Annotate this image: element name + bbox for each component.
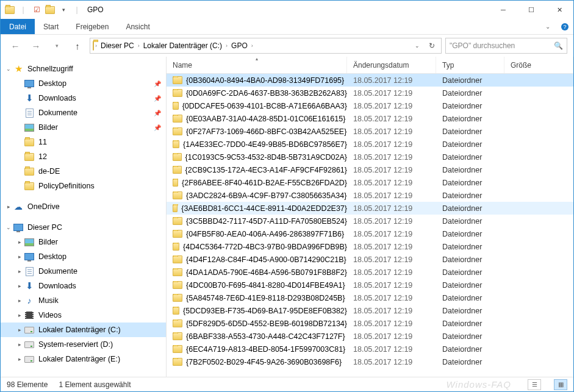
tree-item[interactable]: ▸Videos (1, 308, 166, 323)
table-row[interactable]: {5DCD93EB-F735-4D69-BA17-95DE8EF0B382}18… (167, 304, 573, 317)
chevron-icon[interactable]: ▸ (15, 254, 24, 260)
view-large-icons-button[interactable]: ▦ (554, 379, 567, 390)
address-history-dropdown[interactable]: ⌄ (411, 43, 424, 49)
file-type: Dateiordner (436, 332, 504, 341)
column-header-date[interactable]: Änderungsdatum (347, 57, 436, 73)
chevron-icon[interactable]: ▸ (15, 298, 24, 304)
file-type: Dateiordner (436, 345, 504, 354)
chevron-icon[interactable]: ▸ (15, 239, 24, 245)
qat-dropdown-icon[interactable]: ▾ (58, 4, 69, 15)
folder-icon[interactable] (45, 4, 56, 15)
close-button[interactable]: ✕ (545, 1, 573, 19)
tree-item[interactable]: ▸⬇Downloads📌 (1, 91, 166, 105)
column-header-type[interactable]: Typ (436, 57, 504, 73)
table-row[interactable]: {4DC00B70-F695-4841-8280-4D014FBE49A1}18… (167, 279, 573, 291)
tree-this-pc[interactable]: ⌄Dieser PC (1, 220, 166, 235)
table-row[interactable]: {5DF829D5-6D5D-4552-BE9B-60198DB72134}18… (167, 317, 573, 330)
chevron-icon[interactable]: ⌄ (4, 66, 13, 72)
table-row[interactable]: {1A4E33EC-7DD0-4E49-9B85-BD6BC97856E7}18… (167, 138, 573, 151)
folder-icon (173, 307, 179, 315)
tree-item[interactable]: ▸Desktop (1, 249, 166, 264)
breadcrumb-segment[interactable]: Lokaler Datenträger (C:) (141, 41, 224, 50)
chevron-icon[interactable]: ▸ (15, 312, 24, 318)
table-row[interactable]: {2CB9C135-172A-4EC3-A14F-AF9CF4F92861}18… (167, 163, 573, 176)
chevron-right-icon[interactable]: › (251, 43, 253, 49)
tree-quick-access[interactable]: ⌄★Schnellzugriff (1, 62, 166, 76)
ribbon-tab-share[interactable]: Freigeben (67, 19, 117, 34)
table-row[interactable]: {4D4C5364-772D-4BC3-97B0-9BDA996FDB9B}18… (167, 240, 573, 253)
chevron-icon[interactable]: ▸ (15, 327, 24, 333)
table-row[interactable]: {04FB5F80-AEA0-406A-A496-2863897F71B6}18… (167, 227, 573, 240)
chevron-icon[interactable]: ▸ (15, 341, 24, 347)
table-row[interactable]: {2F86ABEE-8F40-461D-B2AE-F55CB26FDA2D}18… (167, 176, 573, 189)
table-row[interactable]: {6EC4A719-A813-4BED-8054-1F5997003C81}18… (167, 343, 573, 355)
file-date: 18.05.2017 12:19 (347, 179, 436, 187)
file-list[interactable]: {0B3604A0-8494-4BA0-AD98-31349FD71695}18… (167, 74, 573, 377)
tree-item[interactable]: ▸Lokaler Datenträger (E:) (1, 352, 166, 366)
tree-item[interactable]: ▸♪Musik (1, 293, 166, 308)
tree-item[interactable]: ▸Bilder📌 (1, 120, 166, 135)
file-type: Dateiordner (436, 102, 504, 110)
table-row[interactable]: {4D4F12A8-C84F-4D45-A900-0B714290C21B}18… (167, 253, 573, 266)
ribbon-expand-icon[interactable]: ⌄ (539, 19, 556, 34)
table-row[interactable]: {7B2F0502-B029-4F45-9A26-3690B03698F6}18… (167, 355, 573, 368)
column-header-size[interactable]: Größe (504, 57, 573, 73)
column-header-name[interactable]: ▴ Name (167, 57, 347, 73)
nav-back-button[interactable]: ← (7, 37, 24, 54)
chevron-icon[interactable]: ▸ (4, 204, 13, 210)
table-row[interactable]: {1C0193C5-9C53-4532-8D4B-5B731A9CD02A}18… (167, 151, 573, 163)
tree-item[interactable]: ▸de-DE (1, 164, 166, 179)
navigation-pane[interactable]: ⌄★Schnellzugriff▸Desktop📌▸⬇Downloads📌▸Do… (1, 57, 167, 377)
tree-onedrive[interactable]: ▸☁OneDrive (1, 199, 166, 214)
table-row[interactable]: {0F27AF73-1069-466D-8BFC-03B42AA525EE}18… (167, 125, 573, 138)
address-bar[interactable]: › Dieser PC › Lokaler Datenträger (C:) ›… (90, 38, 442, 54)
maximize-button[interactable]: ☐ (517, 1, 545, 19)
view-details-button[interactable]: ☰ (528, 379, 541, 390)
chevron-icon[interactable]: ▸ (15, 356, 24, 362)
chevron-icon[interactable]: ▸ (15, 283, 24, 289)
chevron-icon[interactable]: ▸ (15, 268, 24, 274)
table-row[interactable]: {3AE6BD81-6CC1-44CE-8911-4D0A2EDD2E37}18… (167, 202, 573, 215)
search-icon[interactable]: 🔍 (554, 41, 563, 50)
tree-item[interactable]: ▸Dokumente📌 (1, 105, 166, 120)
ribbon-file-tab[interactable]: Datei (1, 19, 35, 34)
tree-item[interactable]: ▸Dokumente (1, 264, 166, 279)
file-type: Dateiordner (436, 166, 504, 174)
file-date: 18.05.2017 12:19 (347, 230, 436, 238)
table-row[interactable]: {0D0A69FC-2DA6-4637-BB38-363B2B262A83}18… (167, 87, 573, 99)
table-row[interactable]: {4DA1ADA5-790E-46B4-A596-5B0791F8B8F2}18… (167, 266, 573, 279)
table-row[interactable]: {3C5BBD42-7117-45D7-A11D-FA70580EB524}18… (167, 215, 573, 227)
tree-item[interactable]: ▸System-reserviert (D:) (1, 337, 166, 352)
nav-recent-dropdown[interactable]: ▾ (48, 37, 65, 54)
chevron-right-icon[interactable]: › (95, 43, 97, 49)
tree-item[interactable]: ▸Bilder (1, 235, 166, 249)
refresh-icon[interactable]: ↻ (425, 41, 439, 50)
help-icon[interactable]: ? (556, 19, 573, 34)
minimize-button[interactable]: ─ (489, 1, 517, 19)
table-row[interactable]: {0B3604A0-8494-4BA0-AD98-31349FD71695}18… (167, 74, 573, 87)
breadcrumb-segment[interactable]: Dieser PC (98, 41, 137, 50)
tree-item[interactable]: ▸PolicyDefinitions (1, 179, 166, 193)
chevron-right-icon[interactable]: › (138, 43, 140, 49)
file-name: {2F86ABEE-8F40-461D-B2AE-F55CB26FDA2D} (182, 179, 347, 187)
tree-item[interactable]: ▸Lokaler Datenträger (C:) (1, 323, 166, 337)
table-row[interactable]: {0DDCAFE5-0639-4101-BC8B-A71E66A6BAA3}18… (167, 99, 573, 112)
tree-item[interactable]: ▸Desktop📌 (1, 76, 166, 91)
file-name: {4DC00B70-F695-4841-8280-4D014FBE49A1} (186, 281, 345, 290)
tree-item[interactable]: ▸12 (1, 149, 166, 164)
tree-item[interactable]: ▸⬇Downloads (1, 279, 166, 293)
qat-properties-icon[interactable]: ☑ (31, 4, 42, 15)
chevron-right-icon[interactable]: › (226, 43, 228, 49)
chevron-icon[interactable]: ⌄ (4, 224, 13, 230)
ribbon-tab-view[interactable]: Ansicht (117, 19, 158, 34)
nav-up-button[interactable]: ↑ (69, 37, 86, 54)
breadcrumb-segment[interactable]: GPO (229, 41, 250, 50)
table-row[interactable]: {0E03AAB7-31A0-4A28-85D1-01C06E161615}18… (167, 112, 573, 125)
ribbon-tab-start[interactable]: Start (35, 19, 67, 34)
table-row[interactable]: {3ADC2824-6B9A-4C9F-B797-C38056635A34}18… (167, 189, 573, 202)
tree-item[interactable]: ▸11 (1, 135, 166, 149)
table-row[interactable]: {6BABF338-A553-4730-A448-C42C43F7127F}18… (167, 330, 573, 343)
search-box[interactable]: "GPO" durchsuchen 🔍 (445, 38, 567, 54)
table-row[interactable]: {5A845748-7E6D-41E9-8118-D293B08D245B}18… (167, 291, 573, 304)
nav-forward-button[interactable]: → (27, 37, 45, 54)
